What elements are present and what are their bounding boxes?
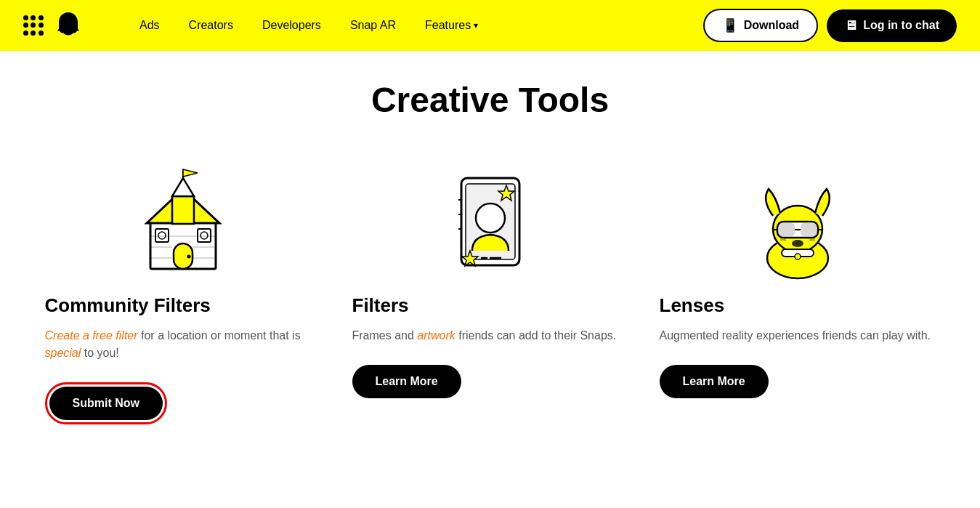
main-content: Creative Tools [0, 51, 980, 468]
svg-point-42 [809, 238, 812, 241]
community-filters-title: Community Filters [45, 294, 211, 317]
community-filters-icon [45, 164, 321, 280]
lenses-learn-more-button[interactable]: Learn More [660, 365, 769, 398]
card-lenses: Lenses Augmented reality experiences fri… [660, 164, 936, 398]
snapchat-ghost-logo[interactable] [55, 10, 81, 41]
filters-desc: Frames and artwork friends can add to th… [352, 327, 617, 344]
svg-point-39 [780, 238, 783, 241]
filters-title: Filters [352, 294, 409, 317]
cards-container: Community Filters Create a free filter f… [44, 164, 936, 424]
nav-links: Ads Creators Developers Snap AR Features… [139, 19, 478, 32]
lenses-title: Lenses [660, 294, 725, 317]
svg-marker-3 [172, 178, 194, 196]
svg-point-19 [476, 203, 505, 233]
lenses-icon [660, 164, 936, 280]
nav-ads[interactable]: Ads [139, 19, 160, 32]
svg-rect-2 [172, 196, 194, 224]
filters-learn-more-button[interactable]: Learn More [352, 365, 461, 398]
svg-point-38 [795, 254, 801, 259]
filters-icon [352, 164, 628, 280]
nav-actions: 📱 Download 🖥 Log in to chat [703, 9, 957, 42]
svg-marker-5 [183, 169, 198, 177]
svg-point-35 [792, 240, 803, 247]
nav-snap-ar[interactable]: Snap AR [350, 19, 396, 32]
svg-point-11 [201, 232, 208, 239]
svg-point-9 [158, 232, 166, 239]
community-filters-desc: Create a free filter for a location or m… [45, 327, 321, 362]
download-button[interactable]: 📱 Download [703, 9, 818, 42]
svg-rect-30 [779, 223, 795, 236]
lenses-desc: Augmented reality experiences friends ca… [660, 327, 931, 344]
card-filters: Filters Frames and artwork friends can a… [352, 164, 628, 398]
nav-creators[interactable]: Creators [189, 19, 233, 32]
svg-point-40 [783, 238, 786, 241]
svg-rect-31 [801, 223, 817, 236]
navbar: Ads Creators Developers Snap AR Features… [0, 0, 980, 51]
phone-icon: 📱 [722, 17, 738, 33]
page-title: Creative Tools [44, 80, 936, 120]
card-community-filters: Community Filters Create a free filter f… [45, 164, 321, 424]
submit-now-button-wrapper: Submit Now [45, 382, 167, 424]
monitor-icon: 🖥 [844, 18, 857, 33]
svg-point-41 [812, 238, 815, 241]
nav-features[interactable]: Features ▾ [425, 19, 478, 32]
svg-point-7 [187, 255, 190, 259]
chevron-down-icon: ▾ [474, 20, 478, 31]
submit-now-button[interactable]: Submit Now [49, 387, 163, 420]
login-button[interactable]: 🖥 Log in to chat [827, 9, 957, 42]
grid-menu-icon[interactable] [23, 15, 44, 36]
nav-developers[interactable]: Developers [262, 19, 321, 32]
